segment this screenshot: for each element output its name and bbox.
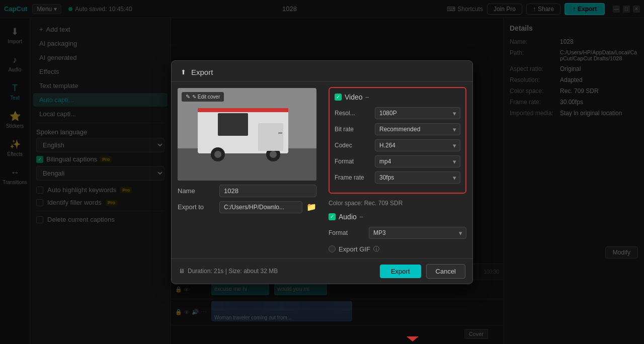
audio-dash: – <box>360 213 363 220</box>
export-to-row: Export to C:/Users/HP/Downlo... 📁 <box>178 201 316 213</box>
audio-format-row: Format MP3 AAC <box>329 227 466 239</box>
framerate-select-wrapper: 30fps 24fps 60fps <box>375 171 460 184</box>
export-main-button[interactable]: Export <box>380 265 421 278</box>
video-section: ✓ Video – Resol... 1080P 720P 4K <box>329 87 466 194</box>
export-to-label: Export to <box>178 203 215 211</box>
color-space-text: Color space: Rec. 709 SDR <box>329 200 466 207</box>
preview-svg <box>178 88 316 181</box>
codec-row: Codec H.264 H.265 <box>335 139 460 151</box>
format-select-wrapper: mp4 mov <box>375 155 460 167</box>
bitrate-select-wrapper: Recommended Low High <box>375 123 460 135</box>
gif-label: Export GIF <box>339 245 370 253</box>
dialog-footer: 🖥 Duration: 21s | Size: about 32 MB Expo… <box>172 259 472 284</box>
export-dialog: ⬆ Export <box>171 60 473 284</box>
bitrate-label: Bit rate <box>335 126 375 133</box>
framerate-label: Frame rate <box>335 174 375 181</box>
svg-point-8 <box>270 151 277 158</box>
dialog-body: ✎ ✎ Edit cover Name Export to C:/Users/H… <box>172 82 472 259</box>
duration-text: 🖥 Duration: 21s | Size: about 32 MB <box>179 268 375 275</box>
dialog-title: Export <box>191 68 213 76</box>
video-title: Video <box>345 93 363 101</box>
resolution-select[interactable]: 1080P 720P 4K <box>375 107 460 119</box>
svg-rect-10 <box>278 132 282 134</box>
arrow-pointer <box>407 326 419 341</box>
audio-checkbox[interactable]: ✓ <box>329 213 336 220</box>
name-label: Name <box>178 187 215 195</box>
audio-title: Audio <box>339 213 357 221</box>
bitrate-row: Bit rate Recommended Low High <box>335 123 460 135</box>
preview-pane: ✎ ✎ Edit cover Name Export to C:/Users/H… <box>172 82 323 259</box>
codec-label: Codec <box>335 142 375 149</box>
resolution-select-wrapper: 1080P 720P 4K <box>375 107 460 119</box>
export-title-icon: ⬆ <box>181 68 186 76</box>
resolution-row: Resol... 1080P 720P 4K <box>335 107 460 119</box>
video-section-header: ✓ Video – <box>335 93 460 103</box>
video-checkbox[interactable]: ✓ <box>335 94 342 101</box>
bitrate-select[interactable]: Recommended Low High <box>375 123 460 135</box>
gif-info-icon: ⓘ <box>373 245 379 253</box>
resolution-label: Resol... <box>335 110 375 117</box>
framerate-row: Frame rate 30fps 24fps 60fps <box>335 171 460 184</box>
audio-section: ✓ Audio – Format MP3 AAC <box>329 213 466 239</box>
codec-select-wrapper: H.264 H.265 <box>375 139 460 151</box>
video-dash: – <box>366 94 369 101</box>
format-select[interactable]: mp4 mov <box>375 155 460 167</box>
codec-select[interactable]: H.264 H.265 <box>375 139 460 151</box>
dialog-header: ⬆ Export <box>172 61 472 82</box>
settings-pane: ✓ Video – Resol... 1080P 720P 4K <box>323 82 472 259</box>
gif-checkbox[interactable] <box>329 245 336 252</box>
svg-rect-4 <box>198 108 288 112</box>
arrow-svg <box>407 326 419 341</box>
export-path-display: C:/Users/HP/Downlo... <box>219 201 302 213</box>
cancel-main-button[interactable]: Cancel <box>426 264 465 279</box>
edit-cover-button[interactable]: ✎ ✎ Edit cover <box>182 92 224 102</box>
folder-browse-button[interactable]: 📁 <box>306 202 316 212</box>
framerate-select[interactable]: 30fps 24fps 60fps <box>375 171 460 184</box>
svg-point-6 <box>214 151 221 158</box>
audio-format-select-wrapper: MP3 AAC <box>369 227 466 239</box>
dialog-overlay: ⬆ Export <box>0 0 644 344</box>
svg-rect-3 <box>218 113 248 136</box>
audio-format-select[interactable]: MP3 AAC <box>369 227 466 239</box>
audio-section-header: ✓ Audio – <box>329 213 466 223</box>
name-input[interactable] <box>219 185 316 197</box>
format-label: Format <box>335 158 375 165</box>
name-row: Name <box>178 185 316 197</box>
preview-thumbnail: ✎ ✎ Edit cover <box>178 88 316 181</box>
export-gif-section: Export GIF ⓘ <box>329 245 466 253</box>
format-row: Format mp4 mov <box>335 155 460 167</box>
svg-rect-9 <box>258 123 283 151</box>
preview-image: ✎ ✎ Edit cover <box>178 88 316 181</box>
audio-format-label: Format <box>329 229 369 236</box>
